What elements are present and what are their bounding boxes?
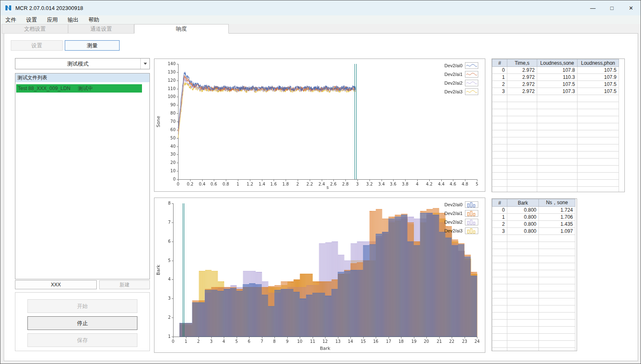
legend-label: Dev2/ai3 — [445, 228, 462, 233]
table-row[interactable]: 00.8001.724 — [492, 207, 575, 214]
legend-item[interactable]: Dev2/ai0 — [445, 62, 478, 69]
legend-label: Dev2/ai2 — [445, 220, 462, 225]
table-empty-row — [492, 173, 619, 180]
column-header[interactable]: Bark — [507, 199, 539, 207]
table-empty-row — [492, 187, 619, 193]
tab-channel-settings[interactable]: 通道设置 — [68, 24, 134, 34]
series-icon — [465, 201, 478, 208]
table-empty-row — [492, 109, 619, 116]
table-empty-row — [492, 159, 619, 166]
column-header[interactable]: # — [492, 59, 507, 67]
menu-apply[interactable]: 应用 — [42, 16, 63, 24]
stop-button[interactable]: 停止 — [27, 316, 137, 330]
table-empty-row — [492, 242, 575, 249]
table-empty-row — [492, 320, 575, 327]
app-window: MCR 2.07.0.014 202300918 — □ ✕ 文件 设置 应用 … — [0, 0, 641, 364]
legend-item[interactable]: Dev2/ai1 — [445, 71, 478, 78]
table-empty-row — [492, 305, 575, 313]
subtab-measure[interactable]: 测量 — [65, 40, 120, 51]
column-header[interactable]: Time,s — [507, 59, 537, 67]
specific-loudness-chart[interactable] — [154, 198, 485, 352]
test-mode-value: 测试模式 — [15, 60, 140, 68]
menu-settings[interactable]: 设置 — [21, 16, 42, 24]
legend-item[interactable]: Dev2/ai3 — [445, 227, 478, 234]
table-row[interactable]: 12.972110.3107.9 — [492, 74, 619, 81]
control-groupbox: 开始 停止 保存 — [15, 292, 150, 351]
data-table: #Time,sLoudness,soneLoudness,phon02.9721… — [492, 59, 619, 192]
table-empty-row — [492, 348, 575, 352]
series-icon — [465, 219, 478, 225]
maximize-button[interactable]: □ — [602, 0, 621, 15]
series-icon — [465, 88, 478, 95]
legend-label: Dev2/ai0 — [445, 202, 462, 207]
column-header[interactable]: Loudness,phon — [577, 59, 619, 67]
legend-item[interactable]: Dev2/ai1 — [445, 210, 478, 217]
table-empty-row — [492, 144, 619, 151]
series-icon — [465, 80, 478, 86]
table-header-row: #Time,sLoudness,soneLoudness,phon — [492, 59, 619, 67]
menu-bar: 文件 设置 应用 输出 帮助 — [0, 15, 641, 24]
table-empty-row — [492, 180, 619, 187]
list-item-active-test[interactable]: Test 88_XXX_009_LDN 测试中 — [16, 84, 142, 93]
xxx-button[interactable]: XXX — [15, 280, 97, 289]
table-empty-row — [492, 270, 575, 277]
table-empty-row — [492, 130, 619, 137]
table-empty-row — [492, 291, 575, 298]
legend-label: Dev2/ai3 — [445, 89, 462, 94]
table-empty-row — [492, 95, 619, 102]
series-icon — [465, 62, 478, 69]
series-icon — [465, 71, 478, 78]
table-empty-row — [492, 102, 619, 109]
legend-item[interactable]: Dev2/ai2 — [445, 219, 478, 225]
table-empty-row — [492, 327, 575, 334]
specific-loudness-chart-panel: Dev2/ai0Dev2/ai1Dev2/ai2Dev2/ai3 — [154, 198, 485, 353]
subtab-settings[interactable]: 设置 — [11, 40, 63, 51]
test-file-name: Test 88_XXX_009_LDN — [18, 86, 71, 91]
table-empty-row — [492, 263, 575, 270]
chevron-down-icon[interactable] — [140, 59, 149, 69]
menu-help[interactable]: 帮助 — [83, 16, 104, 24]
legend-label: Dev2/ai0 — [445, 63, 462, 68]
chart-legend: Dev2/ai0Dev2/ai1Dev2/ai2Dev2/ai3 — [445, 201, 478, 234]
table-empty-row — [492, 334, 575, 341]
loudness-time-chart-panel: Dev2/ai0Dev2/ai1Dev2/ai2Dev2/ai3 — [154, 59, 485, 192]
table-empty-row — [492, 313, 575, 320]
loudness-table-panel: #Time,sLoudness,soneLoudness,phon02.9721… — [492, 59, 625, 192]
window-controls: — □ ✕ — [583, 0, 641, 15]
table-empty-row — [492, 284, 575, 291]
minimize-button[interactable]: — — [583, 0, 602, 15]
table-row[interactable]: 02.972107.8107.5 — [492, 67, 619, 74]
loudness-time-chart[interactable] — [154, 59, 485, 191]
legend-item[interactable]: Dev2/ai2 — [445, 80, 478, 86]
menu-output[interactable]: 输出 — [63, 16, 83, 24]
app-icon — [5, 4, 12, 12]
new-button[interactable]: 新建 — [99, 280, 150, 289]
test-file-listbox[interactable]: 测试文件列表 Test 88_XXX_009_LDN 测试中 — [15, 73, 150, 279]
table-row[interactable]: 10.8001.706 — [492, 214, 575, 221]
table-empty-row — [492, 249, 575, 256]
test-mode-select[interactable]: 测试模式 — [15, 58, 150, 69]
legend-item[interactable]: Dev2/ai0 — [445, 201, 478, 208]
specific-loudness-table-panel: #BarkNs，sone00.8001.72410.8001.70620.800… — [492, 198, 577, 351]
table-empty-row — [492, 151, 619, 159]
table-empty-row — [492, 256, 575, 263]
close-button[interactable]: ✕ — [621, 0, 641, 15]
table-row[interactable]: 32.972107.3107.5 — [492, 88, 619, 95]
table-empty-row — [492, 277, 575, 284]
table-row[interactable]: 20.8001.435 — [492, 221, 575, 228]
tab-strip: 文档设置 通道设置 响度 — [2, 24, 229, 34]
table-empty-row — [492, 298, 575, 305]
start-button[interactable]: 开始 — [27, 299, 137, 313]
column-header[interactable]: Ns，sone — [539, 199, 575, 207]
menu-file[interactable]: 文件 — [0, 16, 21, 24]
table-empty-row — [492, 166, 619, 173]
table-header-row: #BarkNs，sone — [492, 199, 575, 207]
column-header[interactable]: # — [492, 199, 507, 207]
legend-item[interactable]: Dev2/ai3 — [445, 88, 478, 95]
tab-document-settings[interactable]: 文档设置 — [2, 24, 68, 34]
table-row[interactable]: 30.8001.097 — [492, 228, 575, 235]
tab-loudness[interactable]: 响度 — [134, 24, 229, 34]
column-header[interactable]: Loudness,sone — [537, 59, 577, 67]
save-button[interactable]: 保存 — [27, 333, 137, 347]
table-row[interactable]: 22.972107.5107.5 — [492, 81, 619, 88]
